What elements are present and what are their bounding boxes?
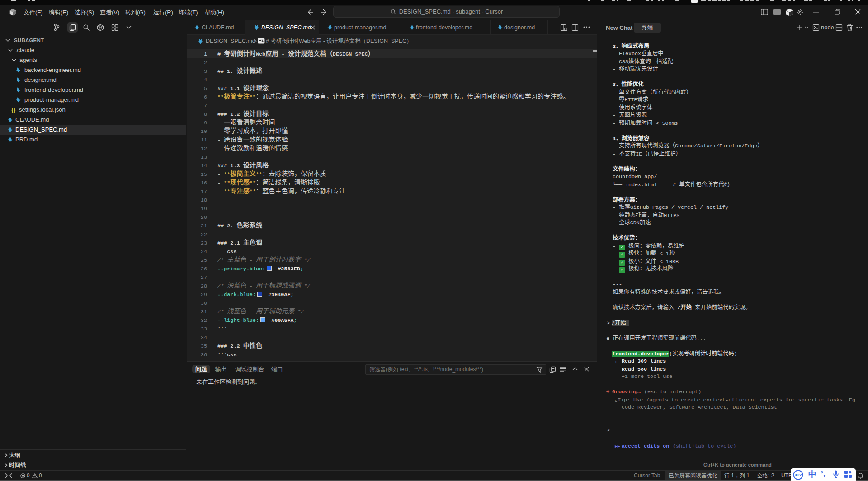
svg-text:iFLY: iFLY [795, 473, 802, 477]
